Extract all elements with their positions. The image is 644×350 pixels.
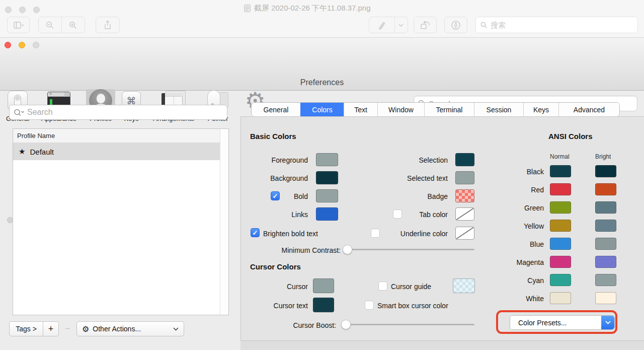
rotate-left-icon — [420, 20, 431, 30]
ansi-green-label: Green — [483, 204, 544, 212]
preview-close-button[interactable] — [5, 7, 12, 13]
markup-toolbar-button[interactable] — [444, 17, 467, 33]
tab-color-well[interactable] — [455, 207, 474, 221]
ansi-blue-label: Blue — [483, 240, 544, 248]
brighten-bold-label: Brighten bold text — [263, 230, 318, 238]
add-profile-button[interactable]: + — [43, 321, 59, 336]
zoom-in-button[interactable] — [62, 17, 85, 33]
ansi-blue-bright-well[interactable] — [595, 238, 616, 250]
basic-colors-heading: Basic Colors — [250, 132, 296, 141]
highlighter-dropdown-button[interactable] — [395, 17, 408, 33]
preview-search-field[interactable] — [475, 17, 638, 33]
cursor-guide-color-well[interactable] — [453, 278, 475, 293]
zoom-button-group — [38, 17, 85, 33]
sidebar-icon — [14, 22, 24, 29]
share-button[interactable] — [96, 17, 120, 33]
ansi-colors-heading: ANSI Colors — [548, 132, 593, 141]
ansi-white-bright-well[interactable] — [595, 292, 616, 304]
links-color-well[interactable] — [316, 207, 338, 221]
ansi-green-normal-well[interactable] — [550, 201, 571, 214]
cursor-guide-checkbox[interactable] — [378, 282, 387, 291]
annotation-highlight-box — [496, 310, 617, 334]
ansi-blue-normal-well[interactable] — [550, 238, 571, 250]
preview-minimize-button[interactable] — [19, 7, 26, 13]
tab-colors[interactable]: Colors — [300, 103, 344, 116]
minimize-button[interactable] — [19, 42, 25, 48]
cursor-boost-slider-knob[interactable] — [341, 320, 351, 329]
markup-pen-icon — [451, 20, 461, 30]
ansi-yellow-normal-well[interactable] — [550, 220, 571, 232]
bold-color-well[interactable] — [316, 189, 338, 202]
profile-search-field[interactable] — [9, 105, 227, 120]
preview-search-input[interactable] — [491, 21, 633, 29]
ansi-cyan-bright-well[interactable] — [595, 274, 616, 286]
brighten-bold-checkbox[interactable]: ✓ — [251, 228, 260, 237]
highlighter-button[interactable] — [369, 17, 395, 33]
cursor-color-well[interactable] — [313, 278, 334, 293]
underline-color-label: Underline color — [352, 230, 448, 238]
smart-box-checkbox[interactable] — [365, 301, 374, 310]
rotate-button[interactable] — [414, 17, 437, 33]
profile-row-default[interactable]: ★ Default — [13, 143, 220, 160]
tab-color-label: Tab color — [352, 211, 448, 219]
cursor-colors-heading: Cursor Colors — [250, 262, 301, 271]
selected-text-color-well[interactable] — [455, 171, 474, 184]
tab-terminal[interactable]: Terminal — [424, 103, 474, 116]
tab-window[interactable]: Window — [377, 103, 424, 116]
ansi-black-normal-well[interactable] — [550, 165, 571, 177]
bold-label: Bold — [242, 192, 308, 200]
tags-button[interactable]: Tags > — [9, 321, 43, 336]
ansi-green-bright-well[interactable] — [595, 201, 616, 214]
badge-color-well[interactable] — [455, 189, 474, 202]
tab-session[interactable]: Session — [474, 103, 523, 116]
cursor-label: Cursor — [242, 283, 308, 291]
ansi-magenta-normal-well[interactable] — [550, 256, 571, 268]
background-color-well[interactable] — [316, 171, 338, 184]
smart-box-label: Smart box cursor color — [377, 302, 448, 310]
preview-zoom-button[interactable] — [33, 7, 40, 13]
profile-tab-bar: General Colors Text Window Terminal Sess… — [251, 102, 620, 117]
ansi-white-label: White — [483, 295, 544, 303]
selected-text-label: Selected text — [352, 174, 448, 182]
badge-label: Badge — [352, 192, 448, 200]
cursor-text-color-well[interactable] — [313, 298, 334, 312]
search-icon — [480, 22, 488, 29]
min-contrast-slider-knob[interactable] — [343, 245, 352, 254]
ansi-normal-header: Normal — [550, 153, 570, 160]
ansi-red-normal-well[interactable] — [550, 183, 571, 195]
ansi-red-bright-well[interactable] — [595, 183, 616, 195]
zoom-out-button[interactable] — [39, 17, 62, 33]
tab-general[interactable]: General — [252, 103, 300, 116]
close-button[interactable] — [5, 42, 11, 48]
cursor-boost-slider-track[interactable] — [346, 324, 474, 325]
tab-text[interactable]: Text — [344, 103, 377, 116]
ansi-black-bright-well[interactable] — [595, 165, 616, 177]
ansi-yellow-bright-well[interactable] — [595, 220, 616, 232]
ansi-white-normal-well[interactable] — [550, 292, 571, 304]
tab-keys[interactable]: Keys — [523, 103, 558, 116]
underline-color-well[interactable] — [455, 227, 474, 240]
markup-tool-group — [369, 17, 408, 33]
splitter-handle[interactable] — [7, 217, 13, 223]
remove-profile-button[interactable]: − — [59, 321, 76, 336]
ansi-magenta-bright-well[interactable] — [595, 256, 616, 268]
profile-list-header[interactable]: Profile Name — [13, 129, 228, 143]
cursor-guide-label: Cursor guide — [391, 283, 431, 291]
profile-list-scrollbar[interactable] — [220, 129, 228, 315]
share-icon — [104, 20, 112, 30]
ansi-cyan-normal-well[interactable] — [550, 274, 571, 286]
tab-advanced[interactable]: Advanced — [558, 103, 619, 116]
zoom-window-button[interactable] — [33, 42, 39, 48]
selection-color-well[interactable] — [455, 153, 474, 166]
cursor-boost-label: Cursor Boost: — [242, 321, 336, 329]
min-contrast-slider-track[interactable] — [347, 249, 474, 250]
profile-search-input[interactable] — [27, 108, 223, 117]
profile-name: Default — [30, 148, 54, 156]
other-actions-popup[interactable]: ⚙ Other Actions... — [76, 321, 184, 336]
foreground-color-well[interactable] — [316, 153, 338, 166]
ansi-yellow-label: Yellow — [483, 222, 544, 230]
sidebar-view-button[interactable] — [7, 17, 30, 33]
preview-toolbar: 截屏 2020-02-26 下午11.08.37.png — [0, 0, 644, 38]
window-title: Preferences — [0, 78, 644, 87]
ansi-magenta-label: Magenta — [483, 258, 544, 266]
